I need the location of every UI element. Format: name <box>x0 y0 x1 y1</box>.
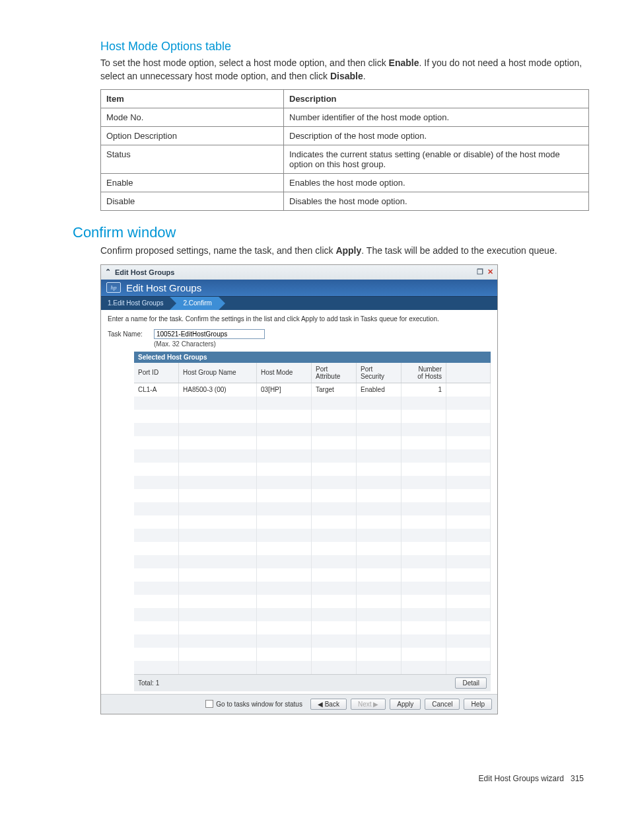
cell: Option Description <box>101 127 284 145</box>
th-item: Item <box>101 90 284 108</box>
grid-row-empty <box>134 436 491 449</box>
selected-host-groups-table: Port ID Host Group Name Host Mode PortAt… <box>134 363 491 674</box>
subheading: Host Mode Options table <box>100 40 590 54</box>
cell: Enables the host mode option. <box>284 174 589 192</box>
dialog-button-bar: Go to tasks window for status ◀ Back Nex… <box>101 694 497 714</box>
cell-number-of-hosts: 1 <box>402 383 446 397</box>
cell: Enable <box>101 174 284 192</box>
text: Confirm proposed settings, name the task… <box>100 245 335 256</box>
grid-row-empty <box>134 542 491 555</box>
grid-row-empty <box>134 529 491 542</box>
checkbox-label: Go to tasks window for status <box>216 701 302 708</box>
apply-bold: Apply <box>335 245 361 256</box>
step-separator <box>219 297 225 310</box>
th-description: Description <box>284 90 589 108</box>
enable-bold: Enable <box>389 57 419 68</box>
grid-row-empty <box>134 595 491 608</box>
page-footer: Edit Host Groups wizard 315 <box>73 774 590 783</box>
cell-port-id: CL1-A <box>134 383 179 397</box>
back-button[interactable]: ◀ Back <box>310 699 347 710</box>
cell: Description of the host mode option. <box>284 127 589 145</box>
hp-logo-icon: hp <box>106 282 121 293</box>
grid-row-empty <box>134 661 491 674</box>
grid-row-empty <box>134 555 491 568</box>
table-header-row: Item Description <box>101 90 589 108</box>
grid-row-empty <box>134 423 491 436</box>
grid-row-empty <box>134 648 491 661</box>
step-separator <box>170 297 176 310</box>
cell: Status <box>101 145 284 174</box>
col-host-group-name[interactable]: Host Group Name <box>179 363 257 383</box>
cell-host-group-name: HA8500-3 (00) <box>179 383 257 397</box>
grid-row-empty <box>134 582 491 595</box>
cell: Mode No. <box>101 108 284 127</box>
host-mode-options-table: Item Description Mode No.Number identifi… <box>100 89 589 211</box>
col-host-mode[interactable]: Host Mode <box>257 363 312 383</box>
collapse-icon[interactable]: ⌃ <box>105 268 111 276</box>
cell: Disables the host mode option. <box>284 192 589 211</box>
grid-row-empty <box>134 502 491 515</box>
step-1-tab[interactable]: 1.Edit Host Groups <box>101 297 170 310</box>
grid-row-empty <box>134 489 491 502</box>
task-name-label: Task Name: <box>108 329 154 338</box>
grid-row-empty <box>134 621 491 634</box>
col-number-of-hosts[interactable]: Numberof Hosts <box>402 363 446 383</box>
grid-row-empty <box>134 397 491 410</box>
restore-icon[interactable]: ❐ <box>477 268 483 276</box>
grid-row[interactable]: CL1-A HA8500-3 (00) 03[HP] Target Enable… <box>134 383 491 397</box>
grid-row-empty <box>134 608 491 621</box>
cell: Number identifier of the host mode optio… <box>284 108 589 127</box>
grid-row-empty <box>134 449 491 463</box>
dialog-title: Edit Host Groups <box>126 282 201 293</box>
cell-blank <box>446 383 491 397</box>
col-port-attribute[interactable]: PortAttribute <box>312 363 357 383</box>
table-row: StatusIndicates the current status setti… <box>101 145 589 174</box>
apply-button[interactable]: Apply <box>390 699 421 710</box>
instruction-text: Enter a name for the task. Confirm the s… <box>108 315 491 323</box>
task-name-input[interactable] <box>154 329 265 339</box>
cell-port-attribute: Target <box>312 383 357 397</box>
table-row: EnableEnables the host mode option. <box>101 174 589 192</box>
col-blank <box>446 363 491 383</box>
help-button[interactable]: Help <box>464 699 492 710</box>
edit-host-groups-window: ⌃ Edit Host Groups ❐ ✕ hp Edit Host Grou… <box>100 264 498 714</box>
step-2-tab[interactable]: 2.Confirm <box>176 297 218 310</box>
cancel-button[interactable]: Cancel <box>425 699 460 710</box>
col-port-id[interactable]: Port ID <box>134 363 179 383</box>
para-host-mode: To set the host mode option, select a ho… <box>100 57 590 83</box>
disable-bold: Disable <box>330 71 363 81</box>
window-title: Edit Host Groups <box>115 268 174 276</box>
grid-row-empty <box>134 476 491 489</box>
close-icon[interactable]: ✕ <box>487 268 493 276</box>
table-row: Option DescriptionDescription of the hos… <box>101 127 589 145</box>
para-confirm: Confirm proposed settings, name the task… <box>100 245 590 258</box>
grid-header-row: Port ID Host Group Name Host Mode PortAt… <box>134 363 491 383</box>
wizard-steps: 1.Edit Host Groups 2.Confirm <box>101 297 497 310</box>
grid-row-empty <box>134 515 491 529</box>
checkbox-icon <box>205 700 213 708</box>
go-to-tasks-checkbox[interactable]: Go to tasks window for status <box>205 700 302 708</box>
selected-host-groups-header: Selected Host Groups <box>134 352 491 363</box>
cell: Disable <box>101 192 284 211</box>
col-port-security[interactable]: PortSecurity <box>357 363 402 383</box>
cell-host-mode: 03[HP] <box>257 383 312 397</box>
grid-row-empty <box>134 410 491 423</box>
next-button: Next ▶ <box>351 699 386 710</box>
text: To set the host mode option, select a ho… <box>100 57 389 68</box>
page-number: 315 <box>571 774 584 783</box>
text: . The task will be added to the executio… <box>361 245 557 256</box>
total-label: Total: 1 <box>138 679 159 687</box>
cell: Indicates the current status setting (en… <box>284 145 589 174</box>
task-name-hint: (Max. 32 Characters) <box>154 340 265 348</box>
grid-row-empty <box>134 568 491 582</box>
table-row: DisableDisables the host mode option. <box>101 192 589 211</box>
window-titlebar: ⌃ Edit Host Groups ❐ ✕ <box>101 265 497 280</box>
grid-row-empty <box>134 634 491 648</box>
cell-port-security: Enabled <box>357 383 402 397</box>
table-row: Mode No.Number identifier of the host mo… <box>101 108 589 127</box>
grid-footer: Total: 1 Detail <box>134 674 491 691</box>
grid-row-empty <box>134 463 491 476</box>
detail-button[interactable]: Detail <box>455 677 487 689</box>
section-heading: Confirm window <box>73 224 590 241</box>
dialog-header: hp Edit Host Groups <box>101 280 497 297</box>
